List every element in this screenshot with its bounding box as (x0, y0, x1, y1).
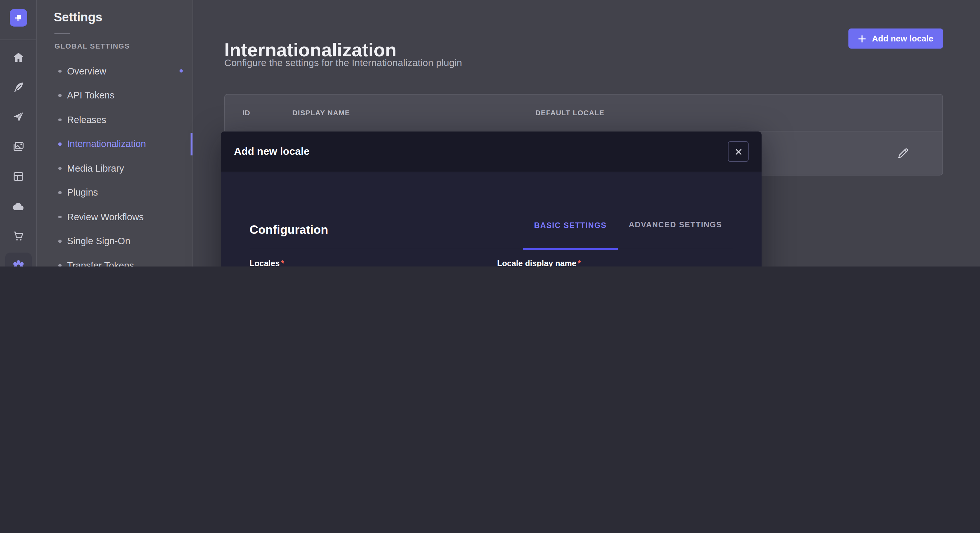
sidebar-item-releases[interactable]: Releases (37, 108, 192, 132)
modal-close-button[interactable] (728, 141, 749, 162)
bullet-icon (58, 143, 61, 145)
strapi-logo-icon (12, 12, 24, 24)
feather-icon[interactable] (5, 74, 32, 100)
layout-icon[interactable] (5, 163, 32, 190)
notification-dot (180, 70, 183, 73)
icon-rail: KD (0, 0, 37, 266)
tab-basic-settings[interactable]: BASIC SETTINGS (523, 220, 618, 250)
paper-plane-icon[interactable] (5, 104, 32, 130)
add-new-locale-button[interactable]: Add new locale (849, 29, 943, 49)
pencil-edit-icon (897, 148, 909, 159)
plus-icon (859, 35, 866, 43)
sidebar-item-internationalization[interactable]: Internationalization (37, 132, 192, 156)
column-header-display-name: DISPLAY NAME (292, 109, 535, 117)
display-name-field: Locale display name French Locale will b… (497, 257, 733, 266)
sidebar-item-api-tokens[interactable]: API Tokens (37, 83, 192, 108)
configuration-title: Configuration (250, 223, 328, 249)
bullet-icon (58, 215, 61, 218)
cart-icon[interactable] (5, 223, 32, 249)
bullet-icon (58, 94, 61, 97)
add-locale-modal: Add new locale Configuration BASIC SETTI… (221, 132, 762, 266)
edit-locale-button[interactable] (894, 145, 911, 162)
sidebar-item-media-library[interactable]: Media Library (37, 156, 192, 180)
form-fields: Locales French (fr) Locale display name … (250, 257, 733, 266)
home-icon[interactable] (5, 44, 32, 71)
tab-advanced-settings[interactable]: ADVANCED SETTINGS (618, 220, 733, 249)
modal-header: Add new locale (221, 132, 762, 172)
close-icon (735, 148, 742, 155)
section-header-global-settings: GLOBAL SETTINGS (54, 40, 192, 52)
bullet-icon (58, 264, 61, 266)
sidebar-item-overview[interactable]: Overview (37, 59, 192, 83)
bullet-icon (58, 70, 61, 73)
page-subtitle: Configure the settings for the Internati… (224, 57, 462, 68)
configuration-row: Configuration BASIC SETTINGS ADVANCED SE… (250, 172, 733, 249)
modal-body: Configuration BASIC SETTINGS ADVANCED SE… (221, 172, 762, 266)
app-window: KD Settings GLOBAL SETTINGS Overview API… (0, 0, 980, 266)
sidebar-item-review-workflows[interactable]: Review Workflows (37, 205, 192, 229)
media-library-icon[interactable] (5, 133, 32, 160)
settings-gear-icon[interactable] (5, 252, 32, 266)
settings-sidebar: Settings GLOBAL SETTINGS Overview API To… (37, 0, 193, 266)
active-indicator (191, 132, 192, 155)
sidebar-item-plugins[interactable]: Plugins (37, 180, 192, 205)
column-header-default-locale: DEFAULT LOCALE (535, 109, 942, 117)
bullet-icon (58, 167, 61, 170)
strapi-logo[interactable] (10, 9, 27, 27)
modal-title: Add new locale (234, 146, 310, 157)
column-header-id: ID (242, 109, 292, 117)
sidebar-item-single-sign-on[interactable]: Single Sign-On (37, 229, 192, 253)
bullet-icon (58, 191, 61, 194)
locales-field: Locales French (fr) (250, 257, 485, 266)
bullet-icon (58, 240, 61, 243)
bullet-icon (58, 118, 61, 121)
cloud-icon[interactable] (5, 193, 32, 219)
sidebar-item-transfer-tokens[interactable]: Transfer Tokens (37, 253, 192, 266)
table-header-row: ID DISPLAY NAME DEFAULT LOCALE (225, 95, 942, 131)
sidebar-title: Settings (54, 10, 192, 25)
locales-label: Locales (250, 259, 284, 266)
display-name-label: Locale display name (497, 259, 581, 266)
rail-divider (0, 40, 36, 40)
modal-tabs: BASIC SETTINGS ADVANCED SETTINGS (523, 220, 733, 249)
sidebar-title-rule (54, 33, 70, 34)
